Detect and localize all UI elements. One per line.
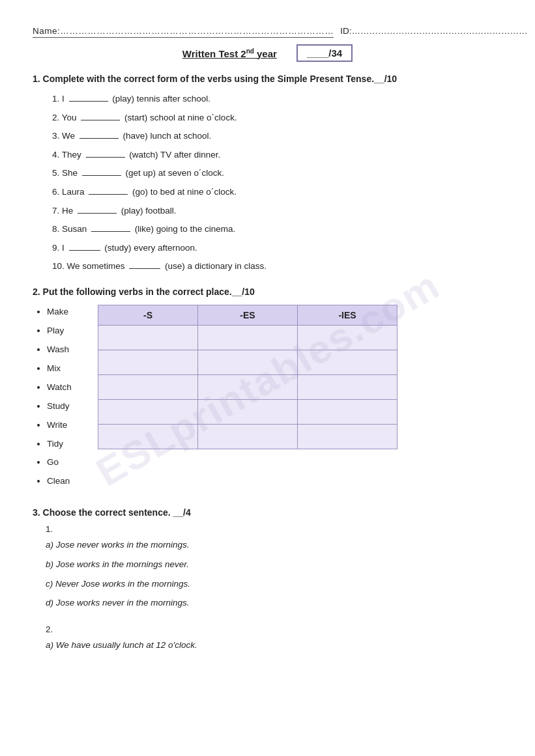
verb-play: Play: [47, 324, 85, 339]
cell-s-2: [98, 350, 198, 374]
section1-title: 1. Complete with the correct form of the…: [33, 74, 502, 84]
verb-wash: Wash: [47, 343, 85, 357]
score-box: ____/34: [296, 44, 353, 62]
table-row: [98, 374, 398, 399]
col-s: -S: [98, 305, 198, 325]
cell-es-1: [198, 325, 298, 350]
blank-5: [82, 175, 121, 176]
sentence-5: 5. She (get up) at seven o´clock.: [52, 166, 502, 180]
name-id-line: Name:………………………………………………………………………………: [33, 26, 334, 38]
sentence-2: 2. You (start) school at nine o´clock.: [52, 111, 502, 125]
table-row: [98, 424, 398, 449]
cell-ies-1: [298, 325, 398, 350]
cell-ies-4: [298, 399, 398, 424]
verb-clean: Clean: [47, 474, 85, 489]
blank-3: [80, 138, 119, 139]
cell-es-5: [198, 424, 298, 449]
section2: 2. Put the following verbs in the correc…: [33, 287, 502, 493]
verbs-list: Make Play Wash Mix Watch Study Write Tid…: [33, 305, 85, 493]
section2-inner: Make Play Wash Mix Watch Study Write Tid…: [33, 305, 502, 493]
cell-s-3: [98, 374, 198, 399]
question2-label: 2.: [46, 624, 502, 634]
test-title: Written Test 2nd year: [182, 48, 277, 59]
blank-4: [86, 157, 125, 158]
section1: 1. Complete with the correct form of the…: [33, 74, 502, 273]
sentence-7: 7. He (play) football.: [52, 204, 502, 218]
sentence-6: 6. Laura (go) to bed at nine o´clock.: [52, 185, 502, 199]
cell-es-4: [198, 399, 298, 424]
question1-label: 1.: [46, 524, 502, 534]
cell-ies-5: [298, 424, 398, 449]
title-row: Written Test 2nd year ____/34: [33, 44, 502, 62]
sentences-list: 1. I (play) tennis after school. 2. You …: [33, 92, 502, 273]
verb-go: Go: [47, 455, 85, 470]
section3-title: 3. Choose the correct sentence. __/4: [33, 507, 502, 518]
sentence-10: 10. We sometimes (use) a dictionary in c…: [52, 259, 502, 273]
blank-10: [129, 268, 160, 269]
verb-make: Make: [47, 305, 85, 320]
verb-mix: Mix: [47, 361, 85, 376]
blank-1: [69, 101, 108, 102]
choice-1d: d) Jose works never in the mornings.: [46, 596, 502, 610]
table-row: [98, 325, 398, 350]
blank-9: [69, 250, 100, 251]
col-ies: -IES: [298, 305, 398, 325]
choice-2a: a) We have usually lunch at 12 o'clock.: [46, 638, 502, 652]
blank-8: [91, 231, 130, 232]
table-wrapper: -S -ES -IES: [98, 305, 502, 449]
cell-s-1: [98, 325, 198, 350]
sentence-3: 3. We (have) lunch at school.: [52, 129, 502, 143]
choice-1a: a) Jose never works in the mornings.: [46, 538, 502, 552]
verb-study: Study: [47, 399, 85, 414]
question2-choices: 2. a) We have usually lunch at 12 o'cloc…: [46, 624, 502, 652]
col-es: -ES: [198, 305, 298, 325]
cell-s-5: [98, 424, 198, 449]
cell-es-2: [198, 350, 298, 374]
choice-1c: c) Never Jose works in the mornings.: [46, 577, 502, 591]
cell-ies-3: [298, 374, 398, 399]
sentence-4: 4. They (watch) TV after dinner.: [52, 148, 502, 162]
blank-7: [78, 213, 117, 214]
sentence-1: 1. I (play) tennis after school.: [52, 92, 502, 106]
cell-ies-2: [298, 350, 398, 374]
blank-2: [81, 120, 120, 120]
table-row: [98, 350, 398, 374]
cell-es-3: [198, 374, 298, 399]
cell-s-4: [98, 399, 198, 424]
verb-watch: Watch: [47, 380, 85, 395]
section3: 3. Choose the correct sentence. __/4 1. …: [33, 507, 502, 652]
verb-write: Write: [47, 418, 85, 433]
verb-tidy: Tidy: [47, 437, 85, 452]
verb-table: -S -ES -IES: [98, 305, 398, 449]
id-line: ID:……………………………………………………: [340, 26, 527, 36]
sentence-8: 8. Susan (like) going to the cinema.: [52, 222, 502, 236]
choice-1b: b) Jose works in the mornings never.: [46, 557, 502, 572]
blank-6: [89, 194, 128, 195]
sentence-9: 9. I (study) every afternoon.: [52, 241, 502, 255]
table-row: [98, 399, 398, 424]
section2-title: 2. Put the following verbs in the correc…: [33, 287, 502, 297]
header-line: Name:……………………………………………………………………………… ID:……: [33, 26, 502, 38]
question1-choices: 1. a) Jose never works in the mornings. …: [46, 524, 502, 609]
